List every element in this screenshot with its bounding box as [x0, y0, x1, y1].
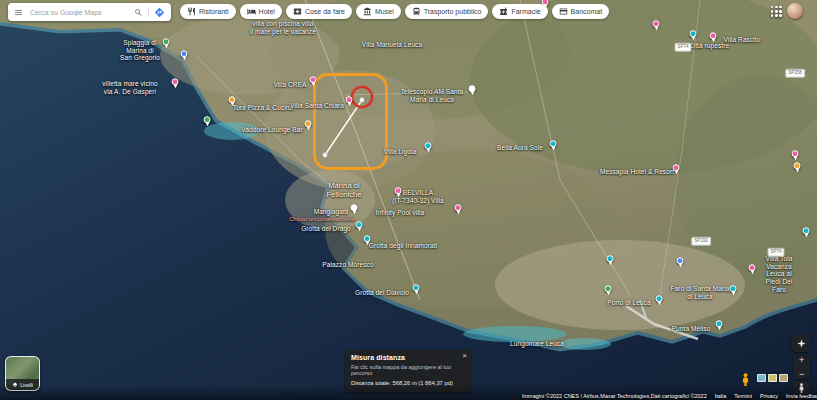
map-pin-shopping[interactable] [181, 50, 188, 60]
account-avatar[interactable] [787, 3, 803, 19]
chip-label: Ristoranti [199, 8, 229, 15]
bus-icon [412, 7, 421, 16]
map-pin-beach[interactable] [204, 116, 211, 126]
hotel-icon [247, 7, 256, 16]
pin-tail [674, 170, 678, 174]
map-pin-attraction[interactable] [425, 142, 432, 152]
map-pin-lodging[interactable] [749, 264, 756, 274]
pin-tail [456, 210, 460, 214]
map-pin-lodging[interactable] [346, 96, 353, 106]
map-pin-lodging[interactable] [792, 150, 799, 160]
map-pin-lodging[interactable] [653, 20, 660, 30]
map-pin-restaurant[interactable] [229, 96, 236, 106]
map-pin-lodging[interactable] [172, 78, 179, 88]
my-location-button[interactable] [792, 334, 810, 352]
chip-label: Hotel [259, 8, 275, 15]
pin-tail [470, 91, 474, 95]
map-pin-attraction[interactable] [656, 295, 663, 305]
chip-label: Musei [375, 8, 394, 15]
imagery-attribution: Immagini ©2022 CNES / Airbus,Maxar Techn… [522, 393, 707, 399]
pin-tail [717, 326, 721, 330]
pin-tail [426, 148, 430, 152]
map-pin-restaurant[interactable] [794, 162, 801, 172]
map-pin-attraction[interactable] [690, 30, 697, 40]
map-pin-restaurant[interactable] [305, 120, 312, 130]
chip-label: Farmacie [511, 8, 540, 15]
chip-farmacie[interactable]: Farmacie [492, 4, 547, 19]
map-pin-attraction[interactable] [413, 284, 420, 294]
pin-tail [173, 84, 177, 88]
map-pin-attraction[interactable] [607, 255, 614, 265]
directions-icon[interactable] [154, 7, 165, 18]
attribution-link-termini[interactable]: Termini [734, 393, 752, 399]
map-pin-attraction[interactable] [364, 235, 371, 245]
atm-icon [559, 7, 568, 16]
map-thumbnail[interactable] [768, 374, 777, 382]
pin-tail [804, 233, 808, 237]
pin-tail [414, 290, 418, 294]
map-pin-attraction[interactable] [356, 221, 363, 231]
chip-ristoranti[interactable]: Ristoranti [180, 4, 236, 19]
map-pin-attraction[interactable] [803, 227, 810, 237]
pin-tail [205, 122, 209, 126]
pin-tail [654, 26, 658, 30]
map-pin-beach[interactable] [163, 38, 170, 48]
map-pin-beach[interactable] [605, 285, 612, 295]
chip-hotel[interactable]: Hotel [240, 4, 282, 19]
zoom-control: + − [793, 355, 810, 379]
zoom-out-button[interactable]: − [793, 368, 810, 380]
attribution-link-privacy[interactable]: Privacy [760, 393, 778, 399]
pin-tail [608, 261, 612, 265]
close-icon[interactable]: × [462, 351, 467, 360]
chip-cose-da-fare[interactable]: Cose da fare [286, 4, 352, 19]
pin-tail [750, 270, 754, 274]
map-pin-shopping[interactable] [677, 257, 684, 267]
pin-tail [731, 291, 735, 295]
measure-panel-hint: Fai clic sulla mappa da aggiungere al tu… [351, 364, 465, 376]
pin-tail [793, 156, 797, 160]
chip-label: Bancomat [571, 8, 603, 15]
pin-tail [347, 102, 351, 106]
imagery-thumbnails[interactable] [757, 374, 788, 382]
pin-tail [352, 210, 356, 214]
restaurant-icon [187, 7, 196, 16]
museum-icon [363, 7, 372, 16]
pin-tail [230, 102, 234, 106]
map-pin-lodging[interactable] [395, 187, 402, 197]
attribution-link-italia[interactable]: Italia [715, 393, 727, 399]
map-pin-poi[interactable] [351, 204, 358, 214]
pharmacy-icon [499, 7, 508, 16]
pin-tail [311, 82, 315, 86]
pin-tail [164, 44, 168, 48]
pin-tail [711, 38, 715, 42]
satellite-map[interactable] [0, 0, 817, 400]
google-apps-icon[interactable] [771, 6, 782, 17]
map-pin-attraction[interactable] [550, 140, 557, 150]
map-pin-lodging[interactable] [710, 32, 717, 42]
zoom-in-button[interactable]: + [793, 354, 810, 366]
map-pin-attraction[interactable] [730, 285, 737, 295]
menu-icon[interactable] [14, 8, 23, 17]
chip-trasporto-pubblico[interactable]: Trasporto pubblico [405, 4, 489, 19]
pin-tail [678, 263, 682, 267]
google-maps-window: villa con piscina villa il mare per le v… [0, 0, 817, 400]
map-pin-lodging[interactable] [673, 164, 680, 174]
chip-bancomat[interactable]: Bancomat [552, 4, 610, 19]
search-input[interactable] [28, 8, 129, 17]
map-pin-attraction[interactable] [716, 320, 723, 330]
map-pin-poi[interactable] [469, 85, 476, 95]
pin-tail [657, 301, 661, 305]
chip-musei[interactable]: Musei [356, 4, 401, 19]
attribution-bar: Immagini ©2022 CNES / Airbus,Maxar Techn… [522, 393, 812, 399]
search-bar [8, 3, 171, 21]
map-pin-lodging[interactable] [310, 76, 317, 86]
divider [148, 7, 149, 17]
measure-panel-title: Misura distanza [351, 354, 465, 361]
search-icon[interactable] [134, 8, 143, 17]
attribution-link-feedback[interactable]: Invia feedback [786, 393, 817, 399]
pin-tail [691, 36, 695, 40]
map-thumbnail[interactable] [779, 374, 788, 382]
map-thumbnail[interactable] [757, 374, 766, 382]
chip-label: Cose da fare [305, 8, 345, 15]
map-pin-lodging[interactable] [455, 204, 462, 214]
